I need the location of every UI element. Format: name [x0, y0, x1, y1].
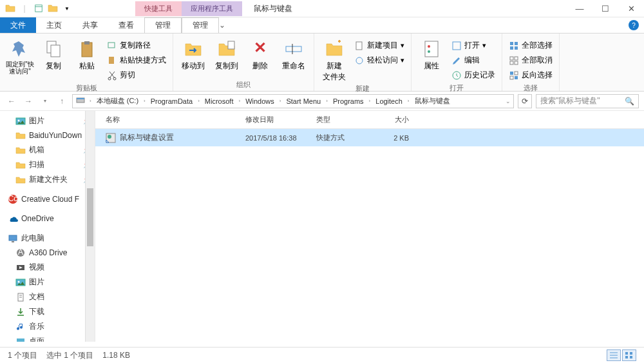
ribbon-group-organize: 移动到 复制到 ✕删除 重命名 组织 [173, 34, 314, 91]
moveto-button[interactable]: 移动到 [178, 36, 208, 79]
tab-home[interactable]: 主页 [36, 17, 72, 33]
pin-label: 固定到"快速访问" [5, 61, 35, 75]
video-icon [15, 262, 26, 273]
sidebar-item-6[interactable]: CcCreative Cloud F [0, 192, 95, 206]
svg-rect-3 [51, 45, 60, 57]
crumb-6[interactable]: Logitech [374, 97, 404, 105]
sidebar-item-12[interactable]: 视频 [0, 260, 95, 275]
paste-button[interactable]: 粘贴 [72, 36, 102, 82]
properties-icon[interactable] [32, 2, 45, 15]
crumb-1[interactable]: ProgramData [149, 97, 194, 105]
crumb-2[interactable]: Microsoft [204, 97, 235, 105]
app-tools-header[interactable]: 应用程序工具 [182, 1, 242, 16]
column-type[interactable]: 类型 [311, 113, 375, 126]
shortcut-tools-header[interactable]: 快捷工具 [135, 1, 182, 16]
tab-share[interactable]: 共享 [72, 17, 108, 33]
tab-manage-shortcut[interactable]: 管理 [144, 17, 182, 33]
delete-button[interactable]: ✕删除 [245, 36, 275, 79]
search-input[interactable]: 搜索"鼠标与键盘" 🔍 [536, 94, 639, 108]
edit-button[interactable]: 编辑 [450, 54, 497, 67]
copyto-button[interactable]: 复制到 [212, 36, 242, 79]
help-icon[interactable]: ? [629, 20, 639, 30]
icons-view-button[interactable] [622, 349, 636, 361]
sidebar-item-11[interactable]: AA360 Drive [0, 246, 95, 260]
column-size[interactable]: 大小 [375, 113, 414, 126]
qat-dropdown-icon[interactable]: ▼ [61, 2, 73, 15]
sidebar-item-16[interactable]: 音乐 [0, 319, 95, 334]
selectnone-button[interactable]: 全部取消 [507, 54, 554, 67]
newfolder-button[interactable]: 新建 文件夹 [319, 36, 349, 83]
sidebar-item-2[interactable]: 机箱📌 [0, 142, 95, 157]
recent-dropdown[interactable]: ▾ [39, 95, 52, 108]
svg-rect-13 [356, 42, 362, 50]
pictures-icon [15, 116, 26, 126]
chevron-right-icon[interactable]: › [87, 98, 94, 104]
svg-rect-28 [510, 72, 513, 75]
copy-path-button[interactable]: 复制路径 [106, 39, 167, 52]
svg-rect-4 [82, 43, 92, 57]
properties-button[interactable]: 属性 [417, 36, 446, 82]
column-date[interactable]: 修改日期 [240, 113, 311, 126]
selectall-button[interactable]: 全部选择 [507, 39, 554, 52]
sidebar-item-1[interactable]: BaiduYunDown📌 [0, 128, 95, 142]
sidebar-item-13[interactable]: 图片 [0, 275, 95, 289]
up-button[interactable]: ↑ [55, 95, 68, 108]
crumb-4[interactable]: Start Menu [285, 97, 322, 105]
window-title: 鼠标与键盘 [254, 3, 292, 14]
selectall-icon [509, 41, 519, 51]
sidebar-item-0[interactable]: 图片📌 [0, 113, 95, 128]
folder-icon [15, 130, 26, 141]
svg-rect-31 [510, 76, 513, 79]
crumb-3[interactable]: Windows [244, 97, 276, 105]
history-button[interactable]: 历史记录 [450, 68, 497, 82]
cut-icon [107, 70, 117, 81]
collapse-ribbon-icon[interactable]: ⌄ [219, 21, 225, 30]
pin-quick-access-button[interactable]: 固定到"快速访问" [5, 36, 35, 82]
breadcrumb-dropdown[interactable]: ⌄ [506, 98, 511, 104]
open-button[interactable]: 打开 ▾ [450, 39, 497, 52]
back-button[interactable]: ← [5, 95, 18, 108]
sidebar-item-14[interactable]: 文档 [0, 289, 95, 304]
folder-icon[interactable] [4, 2, 17, 15]
newitem-button[interactable]: 新建项目 ▾ [353, 39, 406, 52]
forward-button[interactable]: → [22, 95, 35, 108]
cc-icon: Cc [8, 194, 18, 204]
sidebar-item-3[interactable]: 扫描📌 [0, 157, 95, 172]
tab-file[interactable]: 文件 [0, 17, 36, 33]
file-list-pane[interactable]: 名称 修改日期 类型 大小 鼠标与键盘设置 2017/5/18 16:38 快捷… [95, 111, 644, 342]
sidebar-scrollbar[interactable] [85, 111, 95, 342]
cut-button[interactable]: 剪切 [106, 68, 167, 82]
refresh-button[interactable]: ⟳ [518, 94, 532, 108]
svg-rect-27 [515, 61, 518, 64]
sidebar-item-8[interactable]: OneDrive [0, 211, 95, 226]
easyaccess-button[interactable]: 轻松访问 ▾ [353, 54, 406, 67]
details-view-button[interactable] [607, 349, 621, 361]
minimize-button[interactable]: — [567, 0, 592, 17]
history-icon [451, 70, 462, 81]
maximize-button[interactable]: ☐ [592, 0, 618, 17]
sidebar-item-10[interactable]: 此电脑 [0, 231, 95, 246]
file-row[interactable]: 鼠标与键盘设置 2017/5/18 16:38 快捷方式 2 KB [95, 129, 644, 146]
newitem-icon [354, 41, 365, 51]
crumb-5[interactable]: Programs [332, 97, 365, 105]
new-folder-icon[interactable] [46, 2, 59, 15]
search-placeholder: 搜索"鼠标与键盘" [540, 95, 600, 106]
address-bar: ← → ▾ ↑ › 本地磁盘 (C:)› ProgramData› Micros… [0, 92, 644, 111]
sidebar-item-4[interactable]: 新建文件夹📌 [0, 172, 95, 187]
tab-manage-app[interactable]: 管理 [182, 17, 219, 33]
copy-button[interactable]: 复制 [39, 36, 68, 82]
navigation-pane[interactable]: 图片📌BaiduYunDown📌机箱📌扫描📌新建文件夹📌CcCreative C… [0, 111, 95, 342]
invertselect-button[interactable]: 反向选择 [507, 68, 554, 82]
close-button[interactable]: ✕ [618, 0, 644, 17]
crumb-7[interactable]: 鼠标与键盘 [413, 96, 451, 106]
breadcrumb[interactable]: › 本地磁盘 (C:)› ProgramData› Microsoft› Win… [72, 94, 514, 108]
crumb-0[interactable]: 本地磁盘 (C:) [95, 96, 140, 106]
search-icon: 🔍 [625, 97, 634, 106]
paste-shortcut-button[interactable]: 粘贴快捷方式 [106, 54, 167, 67]
tab-view[interactable]: 查看 [108, 17, 144, 33]
sidebar-item-17[interactable]: 桌面 [0, 334, 95, 342]
rename-button[interactable]: 重命名 [279, 36, 308, 79]
sidebar-item-15[interactable]: 下载 [0, 304, 95, 319]
folder-icon [15, 145, 26, 155]
column-name[interactable]: 名称 [95, 113, 240, 126]
